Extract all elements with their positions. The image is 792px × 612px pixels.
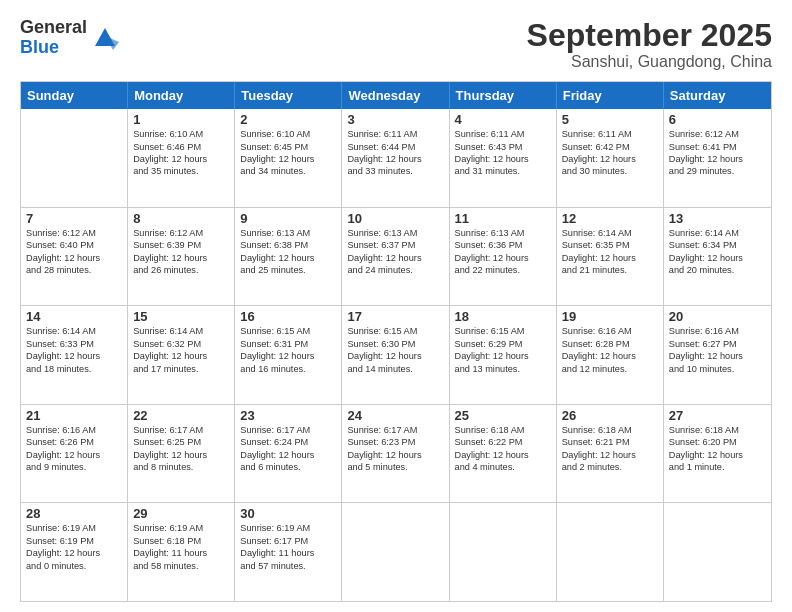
cell-line-2: Daylight: 11 hours <box>240 547 336 559</box>
calendar-cell-day-4: 4Sunrise: 6:11 AMSunset: 6:43 PMDaylight… <box>450 109 557 207</box>
cell-line-2: Daylight: 12 hours <box>455 449 551 461</box>
cell-line-0: Sunrise: 6:12 AM <box>669 128 766 140</box>
day-number: 4 <box>455 112 551 127</box>
cell-line-3: and 17 minutes. <box>133 363 229 375</box>
header-day-friday: Friday <box>557 82 664 109</box>
page-subtitle: Sanshui, Guangdong, China <box>527 53 772 71</box>
cell-line-2: Daylight: 12 hours <box>240 153 336 165</box>
cell-line-3: and 13 minutes. <box>455 363 551 375</box>
cell-line-1: Sunset: 6:34 PM <box>669 239 766 251</box>
calendar-cell-day-19: 19Sunrise: 6:16 AMSunset: 6:28 PMDayligh… <box>557 306 664 404</box>
calendar-cell-day-3: 3Sunrise: 6:11 AMSunset: 6:44 PMDaylight… <box>342 109 449 207</box>
cell-line-3: and 4 minutes. <box>455 461 551 473</box>
cell-line-2: Daylight: 12 hours <box>455 252 551 264</box>
cell-line-1: Sunset: 6:42 PM <box>562 141 658 153</box>
calendar-cell-day-9: 9Sunrise: 6:13 AMSunset: 6:38 PMDaylight… <box>235 208 342 306</box>
calendar: SundayMondayTuesdayWednesdayThursdayFrid… <box>20 81 772 602</box>
cell-line-1: Sunset: 6:25 PM <box>133 436 229 448</box>
cell-line-2: Daylight: 12 hours <box>26 252 122 264</box>
day-number: 5 <box>562 112 658 127</box>
day-number: 12 <box>562 211 658 226</box>
calendar-cell-day-14: 14Sunrise: 6:14 AMSunset: 6:33 PMDayligh… <box>21 306 128 404</box>
cell-line-2: Daylight: 12 hours <box>240 350 336 362</box>
cell-line-0: Sunrise: 6:14 AM <box>669 227 766 239</box>
cell-line-2: Daylight: 12 hours <box>240 252 336 264</box>
day-number: 20 <box>669 309 766 324</box>
cell-line-1: Sunset: 6:26 PM <box>26 436 122 448</box>
cell-line-2: Daylight: 12 hours <box>240 449 336 461</box>
cell-line-1: Sunset: 6:33 PM <box>26 338 122 350</box>
day-number: 14 <box>26 309 122 324</box>
calendar-cell-day-11: 11Sunrise: 6:13 AMSunset: 6:36 PMDayligh… <box>450 208 557 306</box>
cell-line-3: and 34 minutes. <box>240 165 336 177</box>
cell-line-1: Sunset: 6:21 PM <box>562 436 658 448</box>
day-number: 29 <box>133 506 229 521</box>
cell-line-0: Sunrise: 6:17 AM <box>240 424 336 436</box>
cell-line-2: Daylight: 12 hours <box>562 350 658 362</box>
cell-line-1: Sunset: 6:29 PM <box>455 338 551 350</box>
calendar-cell-day-29: 29Sunrise: 6:19 AMSunset: 6:18 PMDayligh… <box>128 503 235 601</box>
calendar-cell-day-12: 12Sunrise: 6:14 AMSunset: 6:35 PMDayligh… <box>557 208 664 306</box>
calendar-row-5: 28Sunrise: 6:19 AMSunset: 6:19 PMDayligh… <box>21 502 771 601</box>
cell-line-2: Daylight: 12 hours <box>562 252 658 264</box>
cell-line-1: Sunset: 6:40 PM <box>26 239 122 251</box>
cell-line-1: Sunset: 6:23 PM <box>347 436 443 448</box>
cell-line-0: Sunrise: 6:18 AM <box>669 424 766 436</box>
day-number: 10 <box>347 211 443 226</box>
cell-line-1: Sunset: 6:28 PM <box>562 338 658 350</box>
calendar-cell-day-24: 24Sunrise: 6:17 AMSunset: 6:23 PMDayligh… <box>342 405 449 503</box>
cell-line-1: Sunset: 6:41 PM <box>669 141 766 153</box>
day-number: 28 <box>26 506 122 521</box>
calendar-cell-empty <box>21 109 128 207</box>
page-title: September 2025 <box>527 18 772 53</box>
cell-line-3: and 57 minutes. <box>240 560 336 572</box>
cell-line-2: Daylight: 12 hours <box>455 153 551 165</box>
cell-line-1: Sunset: 6:43 PM <box>455 141 551 153</box>
cell-line-1: Sunset: 6:37 PM <box>347 239 443 251</box>
cell-line-0: Sunrise: 6:18 AM <box>455 424 551 436</box>
day-number: 15 <box>133 309 229 324</box>
day-number: 8 <box>133 211 229 226</box>
cell-line-1: Sunset: 6:38 PM <box>240 239 336 251</box>
calendar-row-3: 14Sunrise: 6:14 AMSunset: 6:33 PMDayligh… <box>21 305 771 404</box>
header-day-wednesday: Wednesday <box>342 82 449 109</box>
calendar-cell-day-17: 17Sunrise: 6:15 AMSunset: 6:30 PMDayligh… <box>342 306 449 404</box>
calendar-cell-day-16: 16Sunrise: 6:15 AMSunset: 6:31 PMDayligh… <box>235 306 342 404</box>
cell-line-3: and 33 minutes. <box>347 165 443 177</box>
day-number: 22 <box>133 408 229 423</box>
header-day-saturday: Saturday <box>664 82 771 109</box>
day-number: 6 <box>669 112 766 127</box>
calendar-cell-day-26: 26Sunrise: 6:18 AMSunset: 6:21 PMDayligh… <box>557 405 664 503</box>
calendar-row-2: 7Sunrise: 6:12 AMSunset: 6:40 PMDaylight… <box>21 207 771 306</box>
cell-line-0: Sunrise: 6:16 AM <box>26 424 122 436</box>
calendar-cell-day-23: 23Sunrise: 6:17 AMSunset: 6:24 PMDayligh… <box>235 405 342 503</box>
calendar-header: SundayMondayTuesdayWednesdayThursdayFrid… <box>21 82 771 109</box>
cell-line-0: Sunrise: 6:12 AM <box>133 227 229 239</box>
cell-line-0: Sunrise: 6:15 AM <box>240 325 336 337</box>
cell-line-2: Daylight: 12 hours <box>26 547 122 559</box>
cell-line-3: and 28 minutes. <box>26 264 122 276</box>
cell-line-0: Sunrise: 6:13 AM <box>240 227 336 239</box>
cell-line-2: Daylight: 12 hours <box>347 449 443 461</box>
cell-line-2: Daylight: 12 hours <box>669 153 766 165</box>
calendar-cell-day-6: 6Sunrise: 6:12 AMSunset: 6:41 PMDaylight… <box>664 109 771 207</box>
day-number: 2 <box>240 112 336 127</box>
logo-blue: Blue <box>20 38 87 58</box>
cell-line-1: Sunset: 6:32 PM <box>133 338 229 350</box>
day-number: 19 <box>562 309 658 324</box>
cell-line-2: Daylight: 12 hours <box>347 350 443 362</box>
cell-line-0: Sunrise: 6:16 AM <box>669 325 766 337</box>
cell-line-0: Sunrise: 6:12 AM <box>26 227 122 239</box>
cell-line-3: and 30 minutes. <box>562 165 658 177</box>
calendar-body: 1Sunrise: 6:10 AMSunset: 6:46 PMDaylight… <box>21 109 771 601</box>
cell-line-2: Daylight: 12 hours <box>347 252 443 264</box>
day-number: 17 <box>347 309 443 324</box>
cell-line-2: Daylight: 12 hours <box>347 153 443 165</box>
logo-general: General <box>20 18 87 38</box>
cell-line-3: and 16 minutes. <box>240 363 336 375</box>
day-number: 9 <box>240 211 336 226</box>
cell-line-3: and 1 minute. <box>669 461 766 473</box>
cell-line-0: Sunrise: 6:15 AM <box>455 325 551 337</box>
calendar-cell-day-22: 22Sunrise: 6:17 AMSunset: 6:25 PMDayligh… <box>128 405 235 503</box>
cell-line-0: Sunrise: 6:11 AM <box>347 128 443 140</box>
